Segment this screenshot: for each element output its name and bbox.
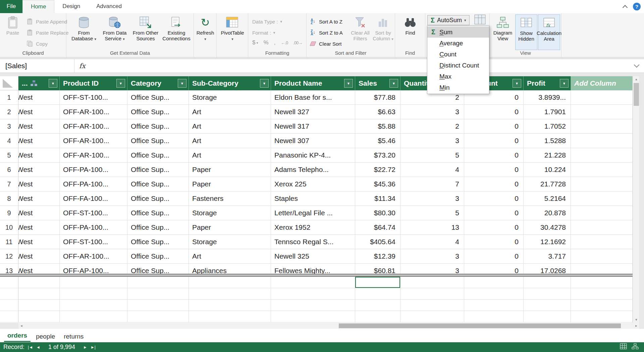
cell-profit[interactable]: 21.228 [524, 148, 571, 162]
calculation-area-button[interactable]: fx Calculation Area [538, 14, 560, 50]
cell-category[interactable]: Office Sup... [127, 191, 189, 206]
from-data-service-button[interactable]: From Data Service ▾ [99, 14, 130, 50]
row-number[interactable]: 8 [0, 191, 18, 206]
column-header-add[interactable]: Add Column [571, 76, 633, 90]
cell-profit[interactable]: 20.878 [524, 206, 571, 220]
cell-discount[interactable]: 0 [464, 249, 524, 263]
increase-decimal-button[interactable]: .00→ [293, 40, 302, 45]
calc-cell[interactable] [189, 277, 271, 288]
calc-cell[interactable] [464, 277, 524, 288]
autosum-menu-item-average[interactable]: Average [427, 38, 489, 49]
cell-quantity[interactable]: 2 [400, 119, 464, 133]
cell-discount[interactable]: 0 [464, 134, 524, 148]
cell-sales[interactable]: $80.30 [355, 206, 400, 220]
cell-product_id[interactable]: OFF-ST-100... [60, 235, 127, 249]
column-header-profit[interactable]: Profit▼ [524, 76, 571, 90]
cell-subcategory[interactable]: Storage [189, 90, 271, 104]
scroll-up-arrow[interactable]: ▲ [633, 76, 640, 82]
cell-profit[interactable]: 5.2164 [524, 191, 571, 206]
calc-cell[interactable] [271, 288, 355, 300]
calc-cell[interactable] [400, 277, 464, 288]
calculation-area-splitter[interactable] [0, 274, 633, 277]
cell-sales[interactable]: $64.74 [355, 220, 400, 234]
column-header-product_id[interactable]: Product ID▼ [60, 76, 127, 90]
calc-cell[interactable] [355, 311, 400, 322]
help-icon[interactable]: ? [633, 3, 641, 10]
cell-profit[interactable]: 30.4278 [524, 220, 571, 234]
name-box[interactable]: [Sales] [0, 59, 74, 73]
cell-add[interactable] [571, 191, 633, 206]
column-header-subcategory[interactable]: Sub-Category▼ [189, 76, 271, 90]
calc-cell[interactable] [400, 288, 464, 300]
sort-by-column-button[interactable]: Sort by Column ▾ [372, 14, 394, 50]
cell-profit[interactable]: 1.7901 [524, 105, 571, 119]
cell-subcategory[interactable]: Storage [189, 206, 271, 220]
cell-quantity[interactable]: 4 [400, 235, 464, 249]
filter-dropdown-profit[interactable]: ▼ [560, 79, 569, 88]
cell-category[interactable]: Office Sup... [127, 264, 189, 274]
formula-input[interactable] [90, 59, 635, 73]
cell-discount[interactable]: 0 [464, 264, 524, 274]
cell-product_id[interactable]: OFF-AR-100... [60, 105, 127, 119]
percent-format-button[interactable]: % [264, 39, 269, 46]
cell-category[interactable]: Office Sup... [127, 90, 189, 104]
cell-region[interactable]: West [18, 105, 60, 119]
autosum-menu-item-max[interactable]: Max [427, 71, 489, 82]
from-other-sources-button[interactable]: From Other Sources [130, 14, 161, 50]
cell-product_name[interactable]: Newell 325 [271, 249, 355, 263]
cell-product_id[interactable]: OFF-AR-100... [60, 148, 127, 162]
diagram-view-button[interactable] [632, 343, 639, 351]
cell-add[interactable] [571, 249, 633, 263]
row-number[interactable]: 3 [0, 119, 18, 133]
cell-quantity[interactable]: 5 [400, 206, 464, 220]
cell-sales[interactable]: $5.88 [355, 119, 400, 133]
cell-quantity[interactable]: 3 [400, 134, 464, 148]
cell-discount[interactable]: 0 [464, 177, 524, 191]
row-number[interactable]: 9 [0, 206, 18, 220]
cell-add[interactable] [571, 163, 633, 177]
column-header-region[interactable]: ...▼ [18, 76, 60, 90]
calc-cell[interactable] [355, 300, 400, 311]
record-first-button[interactable]: |◄ [28, 345, 33, 349]
tab-file[interactable]: File [0, 0, 22, 13]
cell-sales[interactable]: $6.63 [355, 105, 400, 119]
cell-product_id[interactable]: OFF-FA-100... [60, 191, 127, 206]
cell-product_id[interactable]: OFF-AR-100... [60, 119, 127, 133]
calc-cell[interactable] [189, 300, 271, 311]
sheet-tab-orders[interactable]: orders [4, 331, 31, 342]
cell-quantity[interactable]: 3 [400, 249, 464, 263]
cell-add[interactable] [571, 206, 633, 220]
cell-subcategory[interactable]: Art [189, 148, 271, 162]
cell-product_id[interactable]: OFF-PA-100... [60, 163, 127, 177]
cell-quantity[interactable]: 5 [400, 148, 464, 162]
calc-cell[interactable] [60, 311, 127, 322]
thousands-separator-button[interactable]: , [274, 39, 276, 46]
cell-product_name[interactable]: Eldon Base for s... [271, 90, 355, 104]
expand-formula-bar-icon[interactable] [634, 62, 640, 68]
calc-cell[interactable] [571, 277, 633, 288]
diagram-view-button[interactable]: Diagram View [491, 14, 515, 50]
cell-product_name[interactable]: Panasonic KP-4... [271, 148, 355, 162]
cell-add[interactable] [571, 90, 633, 104]
cell-subcategory[interactable]: Fasteners [189, 191, 271, 206]
calc-cell[interactable] [464, 288, 524, 300]
calc-cell[interactable] [189, 311, 271, 322]
scroll-down-arrow[interactable]: ▼ [633, 317, 640, 323]
autosum-menu-item-count[interactable]: Count [427, 49, 489, 60]
sort-z-to-a-button[interactable]: ZA↓ Sort Z to A [309, 28, 343, 38]
paste-button[interactable]: Paste [3, 14, 22, 50]
cell-category[interactable]: Office Sup... [127, 163, 189, 177]
cell-sales[interactable]: $73.20 [355, 148, 400, 162]
cell-add[interactable] [571, 134, 633, 148]
cell-product_id[interactable]: OFF-ST-100... [60, 206, 127, 220]
cell-sales[interactable]: $60.81 [355, 264, 400, 274]
cell-profit[interactable]: 21.7728 [524, 177, 571, 191]
cell-subcategory[interactable]: Art [189, 249, 271, 263]
calc-cell[interactable] [18, 277, 60, 288]
cell-sales[interactable]: $12.39 [355, 249, 400, 263]
calc-cell[interactable] [524, 300, 571, 311]
cell-region[interactable]: West [18, 249, 60, 263]
format-dropdown[interactable]: Format : ▾ [252, 28, 275, 38]
cell-profit[interactable]: 3.8939... [524, 90, 571, 104]
calc-cell[interactable] [18, 311, 60, 322]
